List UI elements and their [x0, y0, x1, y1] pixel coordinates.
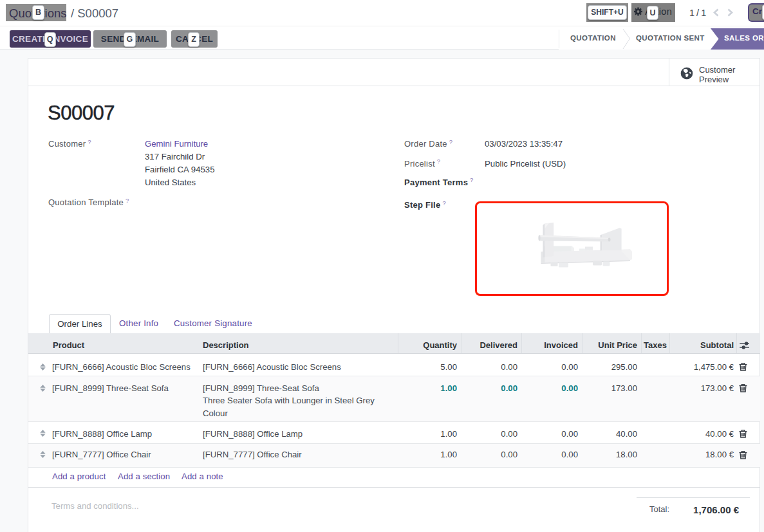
svg-text:SALES ORDER: SALES ORDER: [724, 34, 764, 42]
svg-text:QUOTATION: QUOTATION: [570, 34, 616, 42]
svg-text:QUOTATION SENT: QUOTATION SENT: [636, 34, 705, 42]
